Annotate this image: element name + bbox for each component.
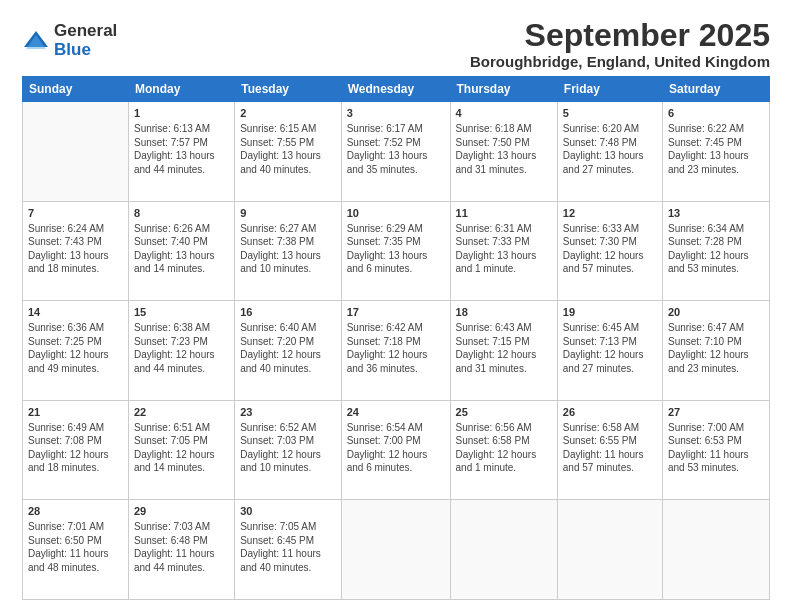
day-info: Sunset: 6:50 PM bbox=[28, 534, 123, 548]
day-info: Sunrise: 6:22 AM bbox=[668, 122, 764, 136]
day-number: 18 bbox=[456, 305, 552, 320]
day-info: Daylight: 12 hours and 14 minutes. bbox=[134, 448, 229, 475]
table-row: 29Sunrise: 7:03 AMSunset: 6:48 PMDayligh… bbox=[128, 500, 234, 600]
table-row bbox=[557, 500, 662, 600]
day-info: Daylight: 11 hours and 53 minutes. bbox=[668, 448, 764, 475]
day-info: Sunset: 7:55 PM bbox=[240, 136, 336, 150]
day-info: Sunset: 7:08 PM bbox=[28, 434, 123, 448]
day-info: Daylight: 13 hours and 40 minutes. bbox=[240, 149, 336, 176]
day-info: Sunrise: 6:51 AM bbox=[134, 421, 229, 435]
day-number: 23 bbox=[240, 405, 336, 420]
day-info: Sunrise: 6:29 AM bbox=[347, 222, 445, 236]
logo-blue: Blue bbox=[54, 41, 117, 60]
table-row: 2Sunrise: 6:15 AMSunset: 7:55 PMDaylight… bbox=[235, 102, 342, 202]
day-info: Daylight: 12 hours and 18 minutes. bbox=[28, 448, 123, 475]
table-row: 7Sunrise: 6:24 AMSunset: 7:43 PMDaylight… bbox=[23, 201, 129, 301]
day-info: Sunrise: 7:03 AM bbox=[134, 520, 229, 534]
day-number: 8 bbox=[134, 206, 229, 221]
calendar-week-row: 1Sunrise: 6:13 AMSunset: 7:57 PMDaylight… bbox=[23, 102, 770, 202]
day-number: 15 bbox=[134, 305, 229, 320]
table-row: 8Sunrise: 6:26 AMSunset: 7:40 PMDaylight… bbox=[128, 201, 234, 301]
day-info: Sunrise: 6:24 AM bbox=[28, 222, 123, 236]
day-info: Daylight: 13 hours and 27 minutes. bbox=[563, 149, 657, 176]
table-row: 20Sunrise: 6:47 AMSunset: 7:10 PMDayligh… bbox=[662, 301, 769, 401]
day-info: Sunset: 7:40 PM bbox=[134, 235, 229, 249]
table-row: 26Sunrise: 6:58 AMSunset: 6:55 PMDayligh… bbox=[557, 400, 662, 500]
day-info: Sunset: 7:57 PM bbox=[134, 136, 229, 150]
day-info: Daylight: 13 hours and 14 minutes. bbox=[134, 249, 229, 276]
page: General Blue September 2025 Boroughbridg… bbox=[0, 0, 792, 612]
day-info: Daylight: 12 hours and 53 minutes. bbox=[668, 249, 764, 276]
table-row bbox=[450, 500, 557, 600]
day-number: 22 bbox=[134, 405, 229, 420]
day-info: Sunrise: 6:36 AM bbox=[28, 321, 123, 335]
day-info: Sunrise: 6:31 AM bbox=[456, 222, 552, 236]
logo-text: General Blue bbox=[54, 22, 117, 59]
table-row: 5Sunrise: 6:20 AMSunset: 7:48 PMDaylight… bbox=[557, 102, 662, 202]
day-info: Sunset: 7:03 PM bbox=[240, 434, 336, 448]
table-row: 4Sunrise: 6:18 AMSunset: 7:50 PMDaylight… bbox=[450, 102, 557, 202]
day-number: 19 bbox=[563, 305, 657, 320]
day-info: Daylight: 13 hours and 18 minutes. bbox=[28, 249, 123, 276]
day-info: Daylight: 11 hours and 57 minutes. bbox=[563, 448, 657, 475]
table-row: 21Sunrise: 6:49 AMSunset: 7:08 PMDayligh… bbox=[23, 400, 129, 500]
logo-general: General bbox=[54, 22, 117, 41]
day-number: 13 bbox=[668, 206, 764, 221]
day-info: Sunrise: 6:58 AM bbox=[563, 421, 657, 435]
day-number: 29 bbox=[134, 504, 229, 519]
day-number: 1 bbox=[134, 106, 229, 121]
day-info: Daylight: 13 hours and 1 minute. bbox=[456, 249, 552, 276]
day-info: Sunrise: 6:17 AM bbox=[347, 122, 445, 136]
day-info: Sunset: 7:00 PM bbox=[347, 434, 445, 448]
day-info: Daylight: 12 hours and 44 minutes. bbox=[134, 348, 229, 375]
table-row: 16Sunrise: 6:40 AMSunset: 7:20 PMDayligh… bbox=[235, 301, 342, 401]
logo-icon bbox=[22, 27, 50, 55]
day-number: 16 bbox=[240, 305, 336, 320]
day-number: 9 bbox=[240, 206, 336, 221]
day-number: 25 bbox=[456, 405, 552, 420]
calendar-week-row: 21Sunrise: 6:49 AMSunset: 7:08 PMDayligh… bbox=[23, 400, 770, 500]
day-info: Sunset: 7:35 PM bbox=[347, 235, 445, 249]
day-number: 20 bbox=[668, 305, 764, 320]
day-info: Sunrise: 6:15 AM bbox=[240, 122, 336, 136]
table-row: 19Sunrise: 6:45 AMSunset: 7:13 PMDayligh… bbox=[557, 301, 662, 401]
day-info: Sunset: 6:53 PM bbox=[668, 434, 764, 448]
table-row: 13Sunrise: 6:34 AMSunset: 7:28 PMDayligh… bbox=[662, 201, 769, 301]
location: Boroughbridge, England, United Kingdom bbox=[470, 53, 770, 70]
table-row: 3Sunrise: 6:17 AMSunset: 7:52 PMDaylight… bbox=[341, 102, 450, 202]
day-info: Sunset: 7:45 PM bbox=[668, 136, 764, 150]
day-info: Sunrise: 6:56 AM bbox=[456, 421, 552, 435]
table-row: 23Sunrise: 6:52 AMSunset: 7:03 PMDayligh… bbox=[235, 400, 342, 500]
calendar-week-row: 7Sunrise: 6:24 AMSunset: 7:43 PMDaylight… bbox=[23, 201, 770, 301]
day-number: 30 bbox=[240, 504, 336, 519]
title-block: September 2025 Boroughbridge, England, U… bbox=[470, 18, 770, 70]
day-number: 6 bbox=[668, 106, 764, 121]
table-row: 15Sunrise: 6:38 AMSunset: 7:23 PMDayligh… bbox=[128, 301, 234, 401]
day-number: 27 bbox=[668, 405, 764, 420]
day-info: Sunset: 6:58 PM bbox=[456, 434, 552, 448]
table-row: 11Sunrise: 6:31 AMSunset: 7:33 PMDayligh… bbox=[450, 201, 557, 301]
table-row: 24Sunrise: 6:54 AMSunset: 7:00 PMDayligh… bbox=[341, 400, 450, 500]
day-info: Sunset: 7:15 PM bbox=[456, 335, 552, 349]
day-info: Sunset: 7:30 PM bbox=[563, 235, 657, 249]
day-info: Sunset: 6:55 PM bbox=[563, 434, 657, 448]
day-info: Sunrise: 6:34 AM bbox=[668, 222, 764, 236]
day-number: 17 bbox=[347, 305, 445, 320]
day-info: Sunset: 7:33 PM bbox=[456, 235, 552, 249]
day-info: Sunset: 7:48 PM bbox=[563, 136, 657, 150]
day-info: Sunrise: 6:40 AM bbox=[240, 321, 336, 335]
table-row: 12Sunrise: 6:33 AMSunset: 7:30 PMDayligh… bbox=[557, 201, 662, 301]
day-info: Sunrise: 6:47 AM bbox=[668, 321, 764, 335]
day-info: Sunset: 7:23 PM bbox=[134, 335, 229, 349]
day-info: Daylight: 12 hours and 31 minutes. bbox=[456, 348, 552, 375]
day-info: Sunrise: 6:42 AM bbox=[347, 321, 445, 335]
day-info: Daylight: 12 hours and 27 minutes. bbox=[563, 348, 657, 375]
day-number: 21 bbox=[28, 405, 123, 420]
header: General Blue September 2025 Boroughbridg… bbox=[22, 18, 770, 70]
table-row: 28Sunrise: 7:01 AMSunset: 6:50 PMDayligh… bbox=[23, 500, 129, 600]
day-info: Daylight: 12 hours and 57 minutes. bbox=[563, 249, 657, 276]
col-sunday: Sunday bbox=[23, 77, 129, 102]
calendar-table: Sunday Monday Tuesday Wednesday Thursday… bbox=[22, 76, 770, 600]
day-info: Sunset: 7:52 PM bbox=[347, 136, 445, 150]
day-info: Sunset: 6:45 PM bbox=[240, 534, 336, 548]
